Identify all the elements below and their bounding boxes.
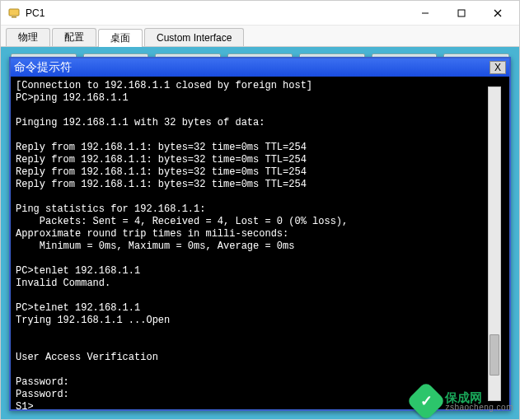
tab-custom-interface[interactable]: Custom Interface xyxy=(144,28,244,46)
desktop-area: 命令提示符 X [Connection to 192.168.1.1 close… xyxy=(1,47,519,419)
terminal-title: 命令提示符 xyxy=(14,60,72,75)
close-button[interactable] xyxy=(480,2,516,25)
scrollbar-thumb[interactable] xyxy=(490,334,499,376)
titlebar: PC1 xyxy=(1,1,519,26)
maximize-button[interactable] xyxy=(443,2,480,25)
window-title: PC1 xyxy=(26,7,45,19)
scrollbar[interactable] xyxy=(488,86,501,401)
tabbar: 物理 配置 桌面 Custom Interface xyxy=(1,26,519,47)
svg-rect-0 xyxy=(9,9,19,16)
app-window: PC1 物理 配置 桌面 Custom Interface 命令提 xyxy=(0,0,520,420)
tab-config[interactable]: 配置 xyxy=(52,28,96,46)
minimize-button[interactable] xyxy=(407,2,443,25)
svg-rect-3 xyxy=(458,10,465,16)
tab-desktop[interactable]: 桌面 xyxy=(98,29,143,47)
terminal-titlebar[interactable]: 命令提示符 X xyxy=(11,58,509,77)
terminal-close-button[interactable]: X xyxy=(490,61,506,74)
svg-rect-1 xyxy=(12,16,16,18)
terminal-output: [Connection to 192.168.1.1 closed by for… xyxy=(16,80,504,409)
pc-icon xyxy=(7,7,21,20)
tab-physical[interactable]: 物理 xyxy=(6,28,50,46)
terminal-body[interactable]: [Connection to 192.168.1.1 closed by for… xyxy=(11,77,509,409)
terminal-window: 命令提示符 X [Connection to 192.168.1.1 close… xyxy=(9,57,511,411)
